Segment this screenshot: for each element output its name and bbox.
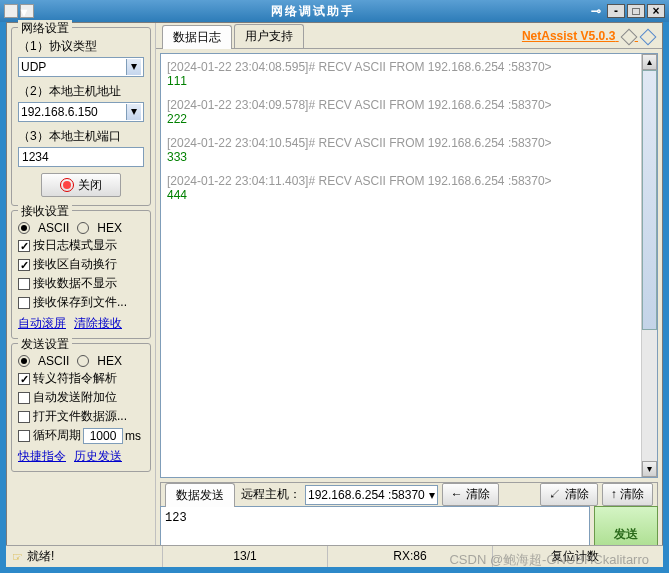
title-bar: ▾ 网络调试助手 ⊸ - □ × <box>0 0 669 22</box>
window-title: 网络调试助手 <box>38 3 587 20</box>
status-rx: RX:86 <box>327 546 492 567</box>
status-ready: 就绪! <box>27 548 54 565</box>
minimize-button[interactable]: - <box>607 4 625 18</box>
log-head: [2024-01-22 23:04:09.578]# RECV ASCII FR… <box>167 98 651 112</box>
shortcut-link[interactable]: 快捷指令 <box>18 448 66 465</box>
log-data: 111 <box>167 74 651 88</box>
titlebar-left-icons: ▾ <box>0 4 38 18</box>
auto-scroll-link[interactable]: 自动滚屏 <box>18 315 66 332</box>
chevron-down-icon: ▾ <box>126 104 141 120</box>
titlebar-right-icons: ⊸ - □ × <box>587 4 669 18</box>
recv-ascii-radio[interactable] <box>18 222 30 234</box>
version-label[interactable]: NetAssist V5.0.3 <box>522 29 654 43</box>
status-count: 13/1 <box>162 546 327 567</box>
recv-settings-group: 接收设置 ASCII HEX 按日志模式显示 接收区自动换行 接收数据不显示 接… <box>11 210 151 339</box>
log-mode-checkbox[interactable] <box>18 240 30 252</box>
send-ascii-radio[interactable] <box>18 355 30 367</box>
log-head: [2024-01-22 23:04:11.403]# RECV ASCII FR… <box>167 174 651 188</box>
log-data: 444 <box>167 188 651 202</box>
tab-user-support[interactable]: 用户支持 <box>234 24 304 48</box>
protocol-combo[interactable]: UDP ▾ <box>18 57 144 77</box>
tab-bar: 数据日志 用户支持 NetAssist V5.0.3 <box>156 23 662 49</box>
gem-icon <box>640 28 657 45</box>
chevron-down-icon: ▾ <box>126 59 141 75</box>
scroll-up-icon[interactable]: ▴ <box>642 54 657 70</box>
maximize-button[interactable]: □ <box>627 4 645 18</box>
scroll-down-icon[interactable]: ▾ <box>642 461 657 477</box>
protocol-value: UDP <box>21 60 46 74</box>
sun-icon <box>60 178 74 192</box>
scroll-thumb[interactable] <box>642 70 657 330</box>
send-settings-group: 发送设置 ASCII HEX 转义符指令解析 自动发送附加位 打开文件数据源..… <box>11 343 151 472</box>
escape-checkbox[interactable] <box>18 373 30 385</box>
clear-recv-link[interactable]: 清除接收 <box>74 315 122 332</box>
pin-icon[interactable]: ⊸ <box>591 4 605 18</box>
status-reset[interactable]: 复位计数 <box>492 546 657 567</box>
remote-host-label: 远程主机： <box>241 486 301 503</box>
save-file-checkbox[interactable] <box>18 297 30 309</box>
log-data: 222 <box>167 112 651 126</box>
log-head: [2024-01-22 23:04:08.595]# RECV ASCII FR… <box>167 60 651 74</box>
left-panel: 网络设置 （1）协议类型 UDP ▾ （2）本地主机地址 192.168.6.1… <box>7 23 155 566</box>
hand-icon: ☞ <box>12 550 23 564</box>
app-icon <box>4 4 18 18</box>
loop-period-input[interactable]: 1000 <box>83 428 123 444</box>
chevron-down-icon: ▾ <box>429 488 435 502</box>
hide-recv-checkbox[interactable] <box>18 278 30 290</box>
right-panel: 数据日志 用户支持 NetAssist V5.0.3 [2024-01-22 2… <box>155 23 662 566</box>
auto-wrap-checkbox[interactable] <box>18 259 30 271</box>
auto-append-checkbox[interactable] <box>18 392 30 404</box>
host-label: （2）本地主机地址 <box>18 83 144 100</box>
dropdown-icon[interactable]: ▾ <box>20 4 34 18</box>
open-file-checkbox[interactable] <box>18 411 30 423</box>
log-data: 333 <box>167 150 651 164</box>
clear-button-1[interactable]: ↙ 清除 <box>540 483 597 506</box>
send-tab[interactable]: 数据发送 <box>165 483 235 507</box>
recv-hex-radio[interactable] <box>77 222 89 234</box>
network-settings-title: 网络设置 <box>18 20 72 37</box>
network-settings-group: 网络设置 （1）协议类型 UDP ▾ （2）本地主机地址 192.168.6.1… <box>11 27 151 206</box>
status-bar: ☞ 就绪! 13/1 RX:86 复位计数 <box>6 545 663 567</box>
clear-button-2[interactable]: ↑ 清除 <box>602 483 653 506</box>
port-input[interactable]: 1234 <box>18 147 144 167</box>
close-window-button[interactable]: × <box>647 4 665 18</box>
close-connection-button[interactable]: 关闭 <box>41 173 121 197</box>
send-hex-radio[interactable] <box>77 355 89 367</box>
send-settings-title: 发送设置 <box>18 336 72 353</box>
history-link[interactable]: 历史发送 <box>74 448 122 465</box>
tab-data-log[interactable]: 数据日志 <box>162 25 232 49</box>
host-combo[interactable]: 192.168.6.150 ▾ <box>18 102 144 122</box>
recv-settings-title: 接收设置 <box>18 203 72 220</box>
clear-remote-button[interactable]: ← 清除 <box>442 483 499 506</box>
log-area[interactable]: [2024-01-22 23:04:08.595]# RECV ASCII FR… <box>160 53 658 478</box>
main-area: 网络设置 （1）协议类型 UDP ▾ （2）本地主机地址 192.168.6.1… <box>6 22 663 567</box>
gem-icon <box>620 28 637 45</box>
host-value: 192.168.6.150 <box>21 105 98 119</box>
port-label: （3）本地主机端口 <box>18 128 144 145</box>
close-btn-label: 关闭 <box>78 177 102 194</box>
log-head: [2024-01-22 23:04:10.545]# RECV ASCII FR… <box>167 136 651 150</box>
protocol-label: （1）协议类型 <box>18 38 144 55</box>
remote-host-combo[interactable]: 192.168.6.254 :58370 ▾ <box>305 485 438 505</box>
loop-checkbox[interactable] <box>18 430 30 442</box>
vertical-scrollbar[interactable]: ▴ ▾ <box>641 54 657 477</box>
